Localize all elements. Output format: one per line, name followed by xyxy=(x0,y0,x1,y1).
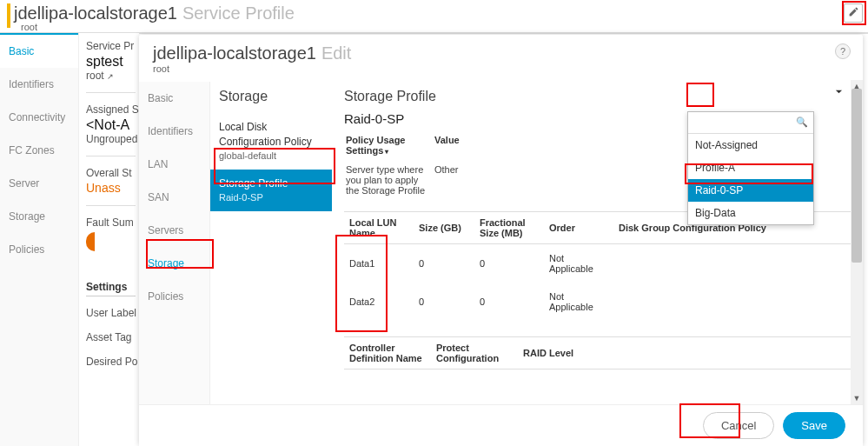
lun-dg xyxy=(613,244,856,283)
sp-name: sptest xyxy=(86,54,136,70)
save-button[interactable]: Save xyxy=(783,412,845,439)
settings-heading: Settings xyxy=(86,281,136,296)
assigned-sub: Ungrouped xyxy=(86,133,136,145)
sort-icon[interactable]: ▾ xyxy=(385,148,388,156)
dialog-title: jdellipa-localstorage1 xyxy=(153,43,316,63)
ctrl-hdr-raid: RAID Level xyxy=(518,337,856,369)
storage-heading: Storage xyxy=(210,82,332,113)
dnav-san[interactable]: SAN xyxy=(139,181,209,214)
dropdown-option-selected[interactable]: Raid-0-SP xyxy=(688,179,813,202)
summary-panel: Service Pr sptest root ↗ Assigned S <Not… xyxy=(78,33,139,446)
help-icon[interactable]: ? xyxy=(835,43,851,59)
profile-heading: Storage Profile xyxy=(344,89,856,104)
lun-dg xyxy=(613,283,856,321)
lun-row: Data1 0 0 Not Applicable xyxy=(344,244,856,283)
dialog-header: jdellipa-localstorage1Edit root xyxy=(139,35,863,79)
lun-frac: 0 xyxy=(474,244,544,283)
scroll-down-icon[interactable]: ▼ xyxy=(851,392,863,404)
left-nav: Basic Identifiers Connectivity FC Zones … xyxy=(0,33,78,446)
lun-hdr-size: Size (GB) xyxy=(414,212,474,244)
caret-down-icon xyxy=(835,86,843,98)
server-type-label: Server type where you plan to apply the … xyxy=(346,161,433,199)
lun-hdr-frac: Fractional Size (MB) xyxy=(474,212,544,244)
dropdown-option[interactable]: Not-Assigned xyxy=(688,134,813,156)
settings-col-hdr: Policy Usage Settings xyxy=(346,135,405,156)
search-icon: 🔍 xyxy=(796,116,808,128)
storage-item-localdisk[interactable]: Local Disk Configuration Policy global-d… xyxy=(210,113,332,170)
nav-server[interactable]: Server xyxy=(0,167,78,200)
scroll-thumb[interactable] xyxy=(851,89,862,263)
dnav-storage[interactable]: Storage xyxy=(139,247,209,280)
dropdown-option[interactable]: Profile-A xyxy=(688,156,813,179)
overall-value: Unass xyxy=(86,181,136,195)
dnav-policies[interactable]: Policies xyxy=(139,280,209,313)
page-header: jdellipa-localstorage1Service Profile ro… xyxy=(0,0,868,34)
dialog-mode: Edit xyxy=(321,43,351,63)
nav-identifiers[interactable]: Identifiers xyxy=(0,68,78,101)
lun-size: 0 xyxy=(414,244,474,283)
row-assettag: Asset Tag xyxy=(86,326,136,349)
svc-label: Service Pr xyxy=(86,40,136,52)
cancel-button[interactable]: Cancel xyxy=(703,412,774,439)
lun-name: Data1 xyxy=(344,244,414,283)
dnav-servers[interactable]: Servers xyxy=(139,214,209,247)
fault-label: Fault Sum xyxy=(86,216,136,229)
lun-hdr-order: Order xyxy=(544,212,613,244)
nav-basic[interactable]: Basic xyxy=(0,33,78,68)
sp-root: root xyxy=(86,70,104,82)
nav-policies[interactable]: Policies xyxy=(0,233,78,266)
lun-order: Not Applicable xyxy=(544,283,613,321)
lun-hdr-name: Local LUN Name xyxy=(344,212,414,244)
lun-order: Not Applicable xyxy=(544,244,613,283)
controller-table: Controller Definition Name Protect Confi… xyxy=(344,336,856,369)
dialog-nav: Basic Identifiers LAN SAN Servers Storag… xyxy=(139,82,210,404)
assigned-value: <Not-A xyxy=(86,117,136,133)
ctrl-hdr-name: Controller Definition Name xyxy=(344,337,431,369)
nav-connectivity[interactable]: Connectivity xyxy=(0,101,78,134)
profile-dropdown: 🔍 Not-Assigned Profile-A Raid-0-SP Big-D… xyxy=(687,111,814,225)
storage-item-profile[interactable]: Storage Profile Raid-0-SP xyxy=(210,170,332,211)
dnav-identifiers[interactable]: Identifiers xyxy=(139,115,209,148)
lun-size: 0 xyxy=(414,283,474,321)
edit-button[interactable] xyxy=(844,3,863,23)
storage-column: Storage Local Disk Configuration Policy … xyxy=(210,82,332,404)
pencil-icon xyxy=(848,6,859,20)
storage-item-sub: Raid-0-SP xyxy=(219,191,323,204)
lun-frac: 0 xyxy=(474,283,544,321)
dnav-lan[interactable]: LAN xyxy=(139,148,209,181)
external-link-icon[interactable]: ↗ xyxy=(107,72,114,81)
dialog-footer: Cancel Save xyxy=(139,404,863,446)
fault-badge xyxy=(86,232,95,251)
ctrl-hdr-protect: Protect Configuration xyxy=(431,337,518,369)
page-section: Service Profile xyxy=(182,3,295,23)
profile-dropdown-trigger[interactable] xyxy=(830,83,847,101)
overall-label: Overall St xyxy=(86,167,136,179)
page-root: root xyxy=(21,22,295,32)
storage-item-title: Local Disk Configuration Policy xyxy=(219,120,323,150)
dropdown-search-input[interactable] xyxy=(688,112,813,134)
row-desiredpo: Desired Po xyxy=(86,350,136,373)
dropdown-option[interactable]: Big-Data xyxy=(688,202,813,224)
dnav-basic[interactable]: Basic xyxy=(139,82,209,115)
page-title: jdellipa-localstorage1 xyxy=(14,3,177,23)
assigned-label: Assigned S xyxy=(86,103,136,116)
row-userlabel: User Label xyxy=(86,302,136,324)
nav-storage[interactable]: Storage xyxy=(0,200,78,233)
lun-table: Local LUN Name Size (GB) Fractional Size… xyxy=(344,211,856,321)
lun-name: Data2 xyxy=(344,283,414,321)
dialog-root: root xyxy=(153,63,849,74)
header-accent xyxy=(7,3,10,28)
lun-row: Data2 0 0 Not Applicable xyxy=(344,283,856,321)
storage-item-sub: global-default xyxy=(219,150,323,163)
nav-fczones[interactable]: FC Zones xyxy=(0,134,78,167)
dialog-scrollbar[interactable]: ▲ ▼ xyxy=(851,80,863,404)
edit-dialog: jdellipa-localstorage1Edit root ? Basic … xyxy=(139,35,863,446)
storage-item-title: Storage Profile xyxy=(219,176,323,191)
